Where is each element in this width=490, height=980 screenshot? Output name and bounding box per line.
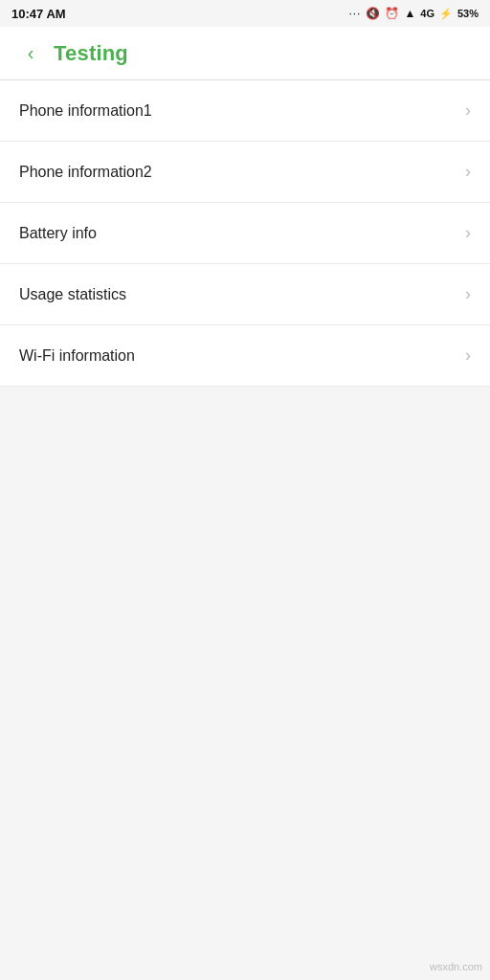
menu-item-label: Wi-Fi information (19, 347, 135, 365)
chevron-right-icon: › (465, 284, 471, 304)
chevron-right-icon: › (465, 162, 471, 182)
status-bar: 10:47 AM ··· 🔇 ⏰ ▲ 4G ⚡ 53% (0, 0, 490, 27)
watermark: wsxdn.com (430, 961, 482, 972)
back-button[interactable]: ‹ (15, 38, 46, 69)
back-arrow-icon: ‹ (28, 42, 34, 64)
alarm-icon: ⏰ (385, 7, 399, 20)
network-label: 4G (420, 8, 434, 19)
menu-item-phone-info2[interactable]: Phone information2 › (0, 142, 490, 203)
battery-level: 53% (457, 8, 479, 19)
menu-item-label: Usage statistics (19, 286, 126, 303)
signal-bars-icon: ▲ (404, 7, 415, 20)
chevron-right-icon: › (465, 223, 471, 243)
menu-item-label: Phone information2 (19, 164, 152, 181)
chevron-right-icon: › (465, 345, 471, 366)
charging-icon: ⚡ (439, 8, 453, 20)
mute-icon: 🔇 (366, 7, 380, 20)
toolbar: ‹ Testing (0, 27, 490, 80)
page-title: Testing (54, 41, 128, 66)
menu-item-label: Phone information1 (19, 102, 152, 120)
menu-list: Phone information1 › Phone information2 … (0, 80, 490, 387)
menu-item-usage-stats[interactable]: Usage statistics › (0, 264, 490, 325)
menu-item-wifi-info[interactable]: Wi-Fi information › (0, 325, 490, 387)
chevron-right-icon: › (465, 100, 471, 121)
menu-item-phone-info1[interactable]: Phone information1 › (0, 80, 490, 142)
status-icons: ··· 🔇 ⏰ ▲ 4G ⚡ 53% (348, 7, 479, 20)
signal-dots-icon: ··· (348, 7, 361, 20)
status-time: 10:47 AM (11, 7, 66, 21)
menu-item-battery-info[interactable]: Battery info › (0, 203, 490, 264)
menu-item-label: Battery info (19, 225, 97, 242)
